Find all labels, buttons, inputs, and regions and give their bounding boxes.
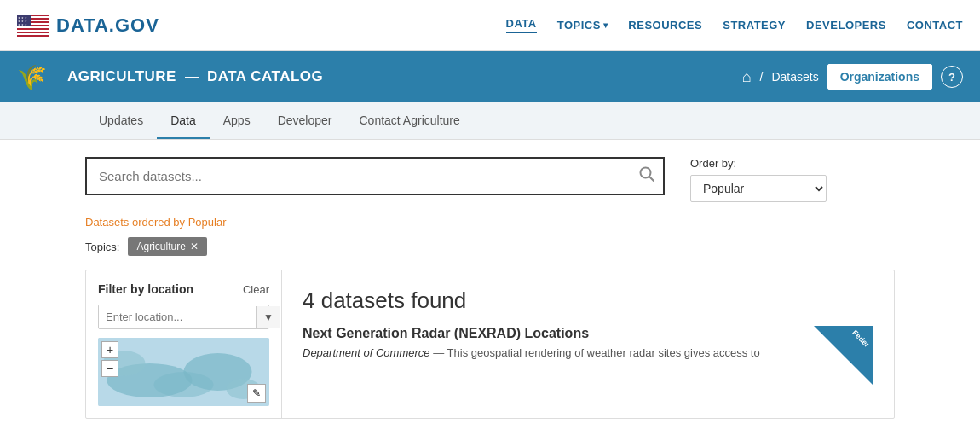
- map-zoom-in[interactable]: +: [101, 341, 118, 358]
- datasets-breadcrumb[interactable]: Datasets: [771, 70, 818, 84]
- topics-label: Topics:: [85, 241, 119, 253]
- topic-tag-label: Agriculture: [136, 241, 185, 252]
- map-zoom-out[interactable]: −: [101, 360, 118, 377]
- main-content: Order by: Popular Relevance Last Modifie…: [0, 140, 980, 436]
- lower-section: Filter by location Clear ▼: [85, 270, 895, 419]
- sub-navigation: Updates Data Apps Developer Contact Agri…: [0, 102, 980, 140]
- svg-rect-6: [17, 33, 49, 35]
- tab-developer[interactable]: Developer: [264, 103, 346, 139]
- search-box-wrapper: [85, 157, 665, 195]
- home-icon[interactable]: ⌂: [742, 68, 752, 86]
- result-desc-text: This geospatial rendering of weather rad…: [447, 346, 760, 359]
- location-dropdown-icon: ▼: [263, 311, 274, 323]
- datasets-ordered-value: Popular: [188, 216, 227, 229]
- nav-contact[interactable]: CONTACT: [907, 19, 963, 32]
- topic-tag-agriculture: Agriculture ✕: [128, 237, 206, 256]
- tab-updates[interactable]: Updates: [85, 103, 157, 139]
- tab-apps[interactable]: Apps: [210, 103, 264, 139]
- map-edit-button[interactable]: ✎: [247, 384, 266, 403]
- filter-clear-button[interactable]: Clear: [243, 283, 269, 296]
- result-source: Department of Commerce: [303, 346, 430, 359]
- flag-icon: ★ ★ ★ ★ ★ ★ ★ ★ ★: [17, 15, 49, 37]
- breadcrumb-separator: /: [760, 70, 764, 84]
- logo-area[interactable]: ★ ★ ★ ★ ★ ★ ★ ★ ★ DATA.GOV: [17, 15, 159, 37]
- agency-dash: —: [185, 69, 199, 84]
- topic-tag-close[interactable]: ✕: [190, 241, 199, 252]
- order-by-section: Order by: Popular Relevance Last Modifie…: [690, 157, 827, 202]
- tab-contact-agriculture[interactable]: Contact Agriculture: [345, 103, 473, 139]
- result-item-wrapper: Next Generation Radar (NEXRAD) Locations…: [303, 326, 873, 359]
- nav-developers[interactable]: DEVELOPERS: [806, 19, 886, 32]
- agency-bar: 🌾 AGRICULTURE — DATA CATALOG ⌂ / Dataset…: [0, 51, 980, 102]
- result-desc-separator: —: [433, 346, 447, 359]
- location-input[interactable]: [99, 305, 256, 328]
- nav-resources[interactable]: RESOURCES: [628, 19, 702, 32]
- filter-sidebar: Filter by location Clear ▼: [86, 270, 282, 418]
- topics-dropdown-caret: ▾: [603, 20, 608, 30]
- tab-data[interactable]: Data: [157, 103, 210, 139]
- svg-rect-4: [17, 26, 49, 28]
- catalog-title: DATA CATALOG: [207, 68, 323, 85]
- datasets-ordered-prefix: Datasets ordered by: [85, 216, 188, 229]
- filter-title: Filter by location: [98, 282, 193, 296]
- topics-row: Topics: Agriculture ✕: [85, 237, 895, 256]
- search-button[interactable]: [639, 166, 654, 186]
- agency-nav-right: ⌂ / Datasets Organizations ?: [742, 64, 963, 90]
- order-by-select[interactable]: Popular Relevance Last Modified Name Asc…: [690, 175, 827, 202]
- location-dropdown-button[interactable]: ▼: [256, 306, 280, 328]
- svg-point-18: [154, 372, 214, 397]
- datasets-ordered-text: Datasets ordered by Popular: [85, 216, 895, 229]
- svg-text:★ ★ ★: ★ ★ ★: [18, 23, 27, 26]
- result-item-description: Department of Commerce — This geospatial…: [303, 346, 873, 359]
- search-row: Order by: Popular Relevance Last Modifie…: [85, 157, 895, 202]
- map-svg: [98, 338, 269, 406]
- svg-rect-5: [17, 30, 49, 32]
- results-panel: 4 datasets found Next Generation Radar (…: [282, 270, 894, 418]
- nav-strategy[interactable]: STRATEGY: [723, 19, 786, 32]
- main-navigation: DATA TOPICS ▾ RESOURCES STRATEGY DEVELOP…: [506, 17, 964, 33]
- nav-data[interactable]: DATA: [506, 17, 537, 33]
- filter-header: Filter by location Clear: [98, 282, 269, 296]
- site-logo-text: DATA.GOV: [56, 15, 159, 37]
- svg-line-12: [649, 177, 654, 181]
- search-icon: [639, 166, 654, 182]
- agriculture-icon: 🌾: [17, 63, 47, 91]
- federal-ribbon-corner: [814, 326, 873, 386]
- map-area: + − ✎: [98, 338, 269, 406]
- top-navigation: ★ ★ ★ ★ ★ ★ ★ ★ ★ DATA.GOV DATA TOPICS ▾…: [0, 0, 980, 51]
- organizations-button[interactable]: Organizations: [827, 64, 932, 90]
- agency-name: AGRICULTURE: [67, 68, 176, 85]
- results-count: 4 datasets found: [303, 287, 873, 314]
- order-by-label: Order by:: [690, 157, 827, 170]
- nav-topics[interactable]: TOPICS ▾: [557, 19, 608, 32]
- agency-logo: 🌾: [17, 63, 54, 91]
- location-input-row: ▼: [98, 305, 269, 329]
- help-button[interactable]: ?: [941, 66, 963, 88]
- search-input[interactable]: [87, 159, 663, 194]
- map-controls: + −: [101, 341, 118, 377]
- result-item-title[interactable]: Next Generation Radar (NEXRAD) Locations: [303, 326, 873, 341]
